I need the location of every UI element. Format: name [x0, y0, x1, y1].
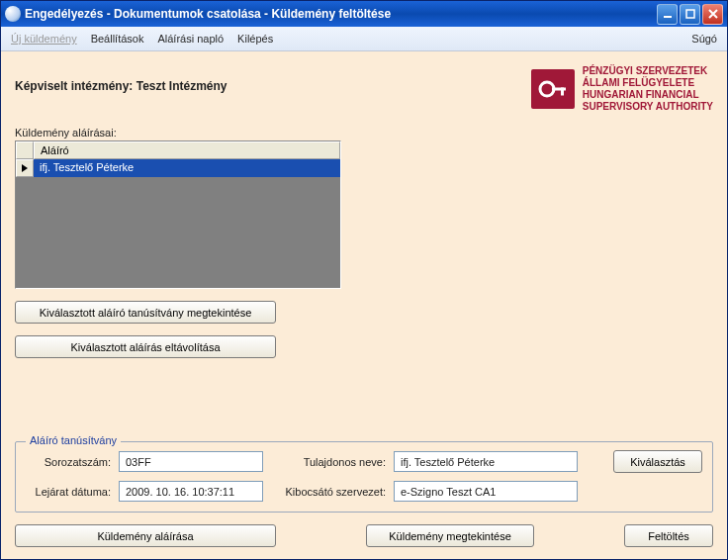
owner-value: ifj. Tesztelő Péterke	[394, 451, 578, 472]
menu-signature-log[interactable]: Aláírási napló	[157, 33, 224, 45]
app-window: Engedélyezés - Dokumentumok csatolása - …	[0, 0, 728, 560]
svg-point-2	[540, 82, 554, 96]
table-row[interactable]: ifj. Tesztelő Péterke	[16, 159, 340, 177]
svg-rect-4	[561, 88, 564, 96]
signers-label: Küldemény aláírásai:	[15, 127, 713, 139]
institution-label: Képviselt intézmény: Teszt Intézmény	[15, 79, 228, 93]
menubar: Új küldemény Beállítások Aláírási napló …	[1, 27, 727, 51]
issuer-value: e-Szigno Teszt CA1	[394, 481, 578, 502]
grid-header-signer[interactable]: Aláíró	[34, 141, 340, 159]
minimize-button[interactable]	[657, 4, 678, 25]
upload-button[interactable]: Feltöltés	[624, 524, 713, 547]
view-cert-button[interactable]: Kiválasztott aláíró tanúsítvány megtekin…	[15, 301, 276, 324]
owner-label: Tulajdonos neve:	[277, 456, 386, 468]
authority-logo-icon	[531, 69, 575, 109]
maximize-icon	[685, 9, 695, 19]
current-row-icon	[21, 164, 29, 172]
svg-rect-1	[686, 10, 694, 18]
app-icon	[5, 6, 21, 22]
close-button[interactable]	[702, 4, 723, 25]
menu-settings[interactable]: Beállítások	[91, 33, 144, 45]
minimize-icon	[663, 9, 673, 19]
authority-logo: PÉNZÜGYI SZERVEZETEK ÁLLAMI FELÜGYELETE …	[531, 65, 713, 113]
sign-button[interactable]: Küldemény aláírása	[15, 524, 276, 547]
remove-signature-button[interactable]: Kiválasztott aláírás eltávolítása	[15, 335, 276, 358]
menu-help[interactable]: Súgó	[691, 33, 717, 45]
menu-exit[interactable]: Kilépés	[237, 33, 273, 45]
serial-label: Sorozatszám:	[26, 456, 111, 468]
authority-logo-text: PÉNZÜGYI SZERVEZETEK ÁLLAMI FELÜGYELETE …	[583, 65, 713, 113]
issuer-label: Kibocsátó szervezet:	[277, 486, 386, 498]
client-area: Képviselt intézmény: Teszt Intézmény PÉN…	[1, 51, 727, 559]
menu-new-consignment[interactable]: Új küldemény	[11, 33, 77, 45]
signers-grid[interactable]: Aláíró ifj. Tesztelő Péterke	[15, 140, 341, 289]
titlebar: Engedélyezés - Dokumentumok csatolása - …	[1, 1, 727, 27]
row-indicator	[16, 159, 34, 177]
expiry-label: Lejárat dátuma:	[26, 486, 111, 498]
serial-value: 03FF	[119, 451, 263, 472]
view-consignment-button[interactable]: Küldemény megtekintése	[366, 524, 534, 547]
window-title: Engedélyezés - Dokumentumok csatolása - …	[25, 7, 391, 21]
expiry-value: 2009. 10. 16. 10:37:11	[119, 481, 263, 502]
grid-corner[interactable]	[16, 141, 34, 159]
cert-fieldset: Aláíró tanúsítvány Sorozatszám: 03FF Tul…	[15, 441, 713, 513]
svg-rect-0	[664, 16, 672, 18]
cert-legend: Aláíró tanúsítvány	[26, 434, 121, 446]
row-signer-cell: ifj. Tesztelő Péterke	[34, 159, 340, 177]
select-cert-button[interactable]: Kiválasztás	[613, 450, 702, 473]
maximize-button[interactable]	[680, 4, 700, 25]
close-icon	[708, 9, 718, 19]
